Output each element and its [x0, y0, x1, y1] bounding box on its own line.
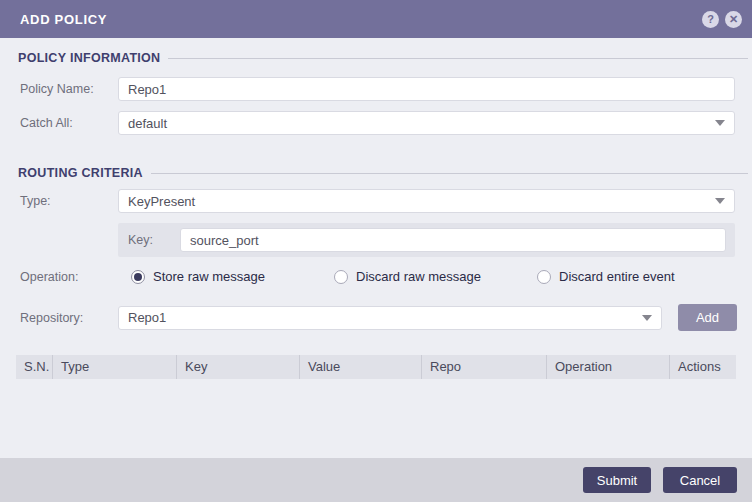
chevron-down-icon [715, 120, 725, 126]
column-header-actions: Actions [670, 355, 736, 379]
criteria-table: S.N. Type Key Value Repo Operation Actio… [16, 355, 736, 379]
type-row: Type: KeyPresent [0, 189, 735, 213]
operation-row: Operation: Store raw message Discard raw… [0, 269, 735, 284]
radio-store-raw-message[interactable]: Store raw message [131, 269, 321, 284]
column-header-value: Value [300, 355, 422, 379]
column-header-operation: Operation [547, 355, 670, 379]
dialog-title: ADD POLICY [20, 12, 696, 27]
type-select[interactable]: KeyPresent [118, 189, 735, 213]
add-policy-dialog: ADD POLICY ? ✕ POLICY INFORMATION Policy… [0, 0, 752, 502]
catch-all-row: Catch All: default [0, 111, 735, 135]
type-label: Type: [20, 194, 118, 208]
radio-button-icon[interactable] [131, 270, 145, 284]
catch-all-select[interactable]: default [118, 111, 735, 135]
chevron-down-icon [715, 198, 725, 204]
key-label: Key: [128, 233, 180, 247]
section-title-routing-criteria: ROUTING CRITERIA [18, 166, 143, 180]
type-selected-value: KeyPresent [128, 194, 195, 209]
dialog-header: ADD POLICY ? ✕ [0, 0, 752, 38]
chevron-down-icon [642, 315, 652, 321]
section-title-policy-information: POLICY INFORMATION [18, 51, 160, 65]
help-icon[interactable]: ? [702, 11, 719, 28]
radio-store-raw-message-label: Store raw message [153, 269, 265, 284]
dialog-footer: Submit Cancel [0, 458, 752, 502]
radio-discard-entire-event-label: Discard entire event [559, 269, 675, 284]
column-header-sn: S.N. [16, 355, 53, 379]
policy-name-input[interactable] [118, 77, 735, 101]
key-panel: Key: [118, 223, 735, 257]
add-button[interactable]: Add [678, 304, 737, 331]
radio-discard-raw-message[interactable]: Discard raw message [334, 269, 524, 284]
column-header-type: Type [53, 355, 177, 379]
section-divider [151, 173, 748, 174]
close-icon[interactable]: ✕ [725, 11, 742, 28]
radio-discard-raw-message-label: Discard raw message [356, 269, 481, 284]
section-policy-information: POLICY INFORMATION [18, 50, 748, 66]
repository-select[interactable]: Repo1 [118, 306, 662, 330]
catch-all-label: Catch All: [20, 116, 118, 130]
policy-name-label: Policy Name: [20, 82, 118, 96]
repository-selected-value: Repo1 [128, 310, 166, 325]
repository-label: Repository: [20, 311, 118, 325]
cancel-button[interactable]: Cancel [663, 467, 737, 493]
radio-button-icon[interactable] [537, 270, 551, 284]
operation-label: Operation: [20, 270, 118, 284]
column-header-repo: Repo [422, 355, 547, 379]
repository-row: Repository: Repo1 Add [0, 304, 737, 331]
catch-all-selected-value: default [128, 116, 167, 131]
criteria-table-header: S.N. Type Key Value Repo Operation Actio… [16, 355, 736, 379]
policy-name-row: Policy Name: [0, 77, 735, 101]
column-header-key: Key [177, 355, 300, 379]
section-routing-criteria: ROUTING CRITERIA [18, 165, 748, 181]
radio-button-icon[interactable] [334, 270, 348, 284]
submit-button[interactable]: Submit [583, 467, 651, 493]
radio-discard-entire-event[interactable]: Discard entire event [537, 269, 727, 284]
key-input[interactable] [180, 228, 726, 252]
section-divider [168, 58, 748, 59]
